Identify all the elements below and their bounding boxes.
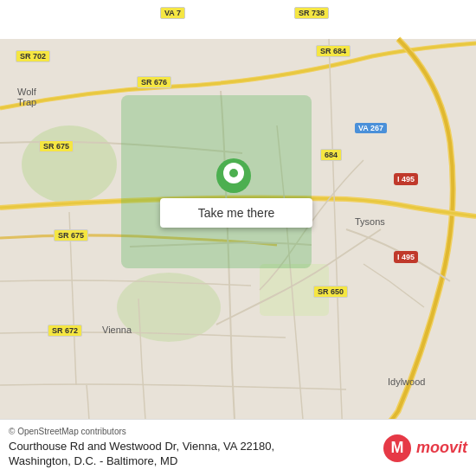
location-line1: Courthouse Rd and Westwood Dr, Vienna, V… bbox=[9, 440, 274, 453]
svg-point-7 bbox=[229, 169, 238, 177]
badge-sr702: SR 702 bbox=[16, 50, 50, 62]
badge-sr676: SR 676 bbox=[137, 76, 171, 88]
badge-sr650: SR 650 bbox=[313, 286, 348, 298]
badge-sr684-top: SR 684 bbox=[316, 45, 351, 57]
svg-point-2 bbox=[117, 273, 221, 342]
label-vienna: Vienna bbox=[102, 325, 132, 335]
location-text: Courthouse Rd and Westwood Dr, Vienna, V… bbox=[9, 440, 375, 469]
badge-va267: VA 267 bbox=[355, 123, 387, 133]
bottom-info: © OpenStreetMap contributors Courthouse … bbox=[9, 427, 375, 469]
osm-credit: © OpenStreetMap contributors bbox=[9, 427, 375, 436]
badge-684mid: 684 bbox=[320, 149, 342, 161]
moovit-logo: M moovit bbox=[383, 434, 467, 462]
svg-rect-4 bbox=[121, 95, 312, 268]
badge-sr672: SR 672 bbox=[48, 325, 82, 337]
badge-sr675b: SR 675 bbox=[54, 229, 88, 241]
label-wolf-trap: WolfTrap bbox=[17, 87, 36, 107]
svg-point-1 bbox=[22, 125, 117, 203]
take-me-there-button[interactable]: Take me there bbox=[160, 198, 312, 228]
label-tysons: Tysons bbox=[355, 216, 385, 227]
badge-i495a: I 495 bbox=[394, 173, 418, 185]
badge-sr738: SR 738 bbox=[294, 7, 329, 19]
bottom-bar: © OpenStreetMap contributors Courthouse … bbox=[0, 419, 476, 476]
map-container: SR 738 VA 7 SR 702 SR 676 SR 684 VA 267 … bbox=[0, 0, 476, 476]
moovit-icon: M bbox=[383, 434, 411, 462]
location-line2: Washington, D.C. - Baltimore, MD bbox=[9, 454, 177, 467]
label-idylwood: Idylwood bbox=[388, 376, 425, 387]
badge-sr675a: SR 675 bbox=[39, 140, 74, 152]
badge-i495b: I 495 bbox=[394, 251, 418, 263]
moovit-text: moovit bbox=[416, 439, 467, 457]
badge-va7: VA 7 bbox=[160, 7, 185, 19]
take-me-there-label: Take me there bbox=[198, 206, 275, 220]
